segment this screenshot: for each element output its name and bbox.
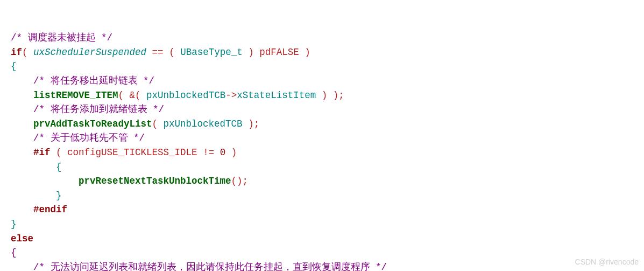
identifier-uxSchedulerSuspended: uxSchedulerSuspended	[33, 47, 146, 58]
semicolon: ;	[338, 90, 344, 101]
type-ubasetype: UBaseType_t	[180, 47, 243, 58]
identifier-pxunblockedtcb: pxUnblockedTCB	[164, 119, 243, 129]
paren-close: )	[322, 90, 328, 101]
paren-open: (	[56, 147, 62, 158]
paren-open: (	[118, 90, 124, 101]
config-use-tickless-idle: configUSE_TICKLESS_IDLE	[67, 147, 197, 158]
watermark-text: CSDN @rivencode	[575, 256, 639, 268]
operator-neq: !=	[203, 147, 214, 158]
comment-remove-from-delayed: /* 将任务移出延时链表 */	[33, 75, 154, 86]
comment-add-to-ready: /* 将任务添加到就绪链表 */	[33, 104, 164, 115]
brace-close: }	[56, 190, 62, 201]
brace-open: {	[56, 162, 62, 172]
paren-close: )	[237, 176, 243, 186]
brace-close: }	[11, 219, 17, 230]
paren-close: )	[333, 90, 339, 101]
preproc-endif: #endif	[33, 204, 67, 215]
paren-close: )	[305, 47, 310, 58]
semicolon: ;	[243, 176, 249, 186]
const-pdfalse: pdFALSE	[259, 47, 299, 58]
member-xstatelistitem: xStateListItem	[237, 90, 316, 101]
paren-open: (	[231, 176, 237, 186]
paren-open: (	[152, 119, 158, 129]
comment-cannot-access-lists: /* 无法访问延迟列表和就绪列表，因此请保持此任务挂起，直到恢复调度程序 */	[33, 262, 387, 271]
func-listremoveitem: listREMOVE_ITEM	[33, 90, 118, 101]
keyword-if: if	[11, 47, 22, 58]
code-block: /* 调度器未被挂起 */ if( uxSchedulerSuspended =…	[11, 32, 474, 271]
comment-low-power-ignore: /* 关于低功耗先不管 */	[33, 133, 145, 143]
arrow-op: ->	[225, 90, 237, 101]
addressof-open: &(	[130, 90, 141, 101]
brace-open: {	[11, 61, 17, 72]
func-prvresetnexttaskunblocktime: prvResetNextTaskUnblockTime	[79, 176, 231, 186]
semicolon: ;	[254, 119, 260, 129]
paren-close: )	[248, 47, 254, 58]
comment-scheduler-not-suspended: /* 调度器未被挂起 */	[11, 32, 112, 43]
brace-open: {	[11, 247, 17, 258]
paren-close: )	[231, 147, 237, 158]
literal-zero: 0	[220, 147, 226, 158]
operator-eq: ==	[152, 47, 164, 58]
identifier-pxunblockedtcb: pxUnblockedTCB	[146, 90, 225, 101]
paren-open: (	[22, 47, 28, 58]
func-prvaddtasktoreadylist: prvAddTaskToReadyList	[33, 119, 152, 129]
paren-open: (	[169, 47, 175, 58]
preproc-if: #if	[33, 147, 51, 158]
keyword-else: else	[11, 233, 33, 244]
paren-close: )	[248, 119, 254, 129]
